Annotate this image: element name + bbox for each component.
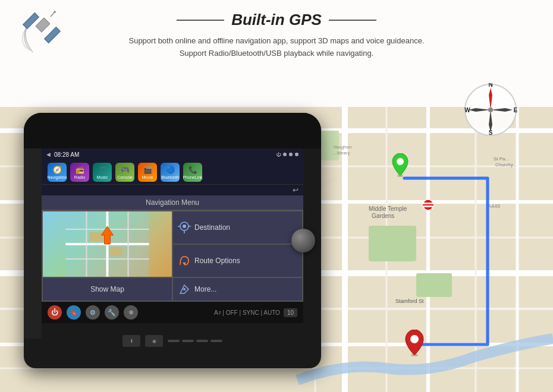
- volume-knob[interactable]: [291, 229, 315, 252]
- unit-left-panel: [24, 148, 42, 339]
- page-title: Built-in GPS: [231, 11, 322, 29]
- status-time: 08:28 AM: [54, 151, 79, 158]
- svg-text:E: E: [514, 107, 517, 113]
- subtitle: Support both online and offline navigati…: [0, 35, 553, 60]
- app-bluetooth[interactable]: 🔵 Bluetooth: [161, 163, 180, 182]
- apps-button[interactable]: ⚙: [86, 305, 100, 320]
- pin-destination: [404, 330, 425, 356]
- satellite-icon: [12, 6, 71, 65]
- svg-text:...library: ...library: [333, 150, 350, 156]
- nav-content: Navigation Menu: [42, 195, 303, 302]
- unit-bottom-btn-2[interactable]: ◉: [145, 335, 163, 347]
- svg-text:Vaughan: Vaughan: [333, 144, 351, 150]
- svg-text:Stamford St: Stamford St: [395, 298, 424, 304]
- control-bar: ⏻ 🔖 ⚙ 🔧 ❄ A♯ | OFF | SY: [42, 302, 303, 323]
- svg-point-35: [410, 335, 419, 343]
- nav-menu-title: Navigation Menu: [42, 195, 303, 210]
- route-options-button[interactable]: Route Options: [173, 245, 302, 277]
- destination-button[interactable]: Destination: [173, 211, 302, 244]
- destination-label: Destination: [194, 223, 230, 232]
- app-console[interactable]: 🎮 Console: [115, 163, 134, 182]
- svg-rect-36: [36, 18, 50, 32]
- unit-top-panel: [24, 113, 321, 148]
- svg-text:St Pa...: St Pa...: [494, 156, 509, 162]
- status-bar: ◀ 08:28 AM ⏻: [42, 148, 303, 160]
- title-area: Built-in GPS Support both online and off…: [0, 0, 553, 60]
- svg-text:Churchy...: Churchy...: [495, 162, 517, 167]
- more-button[interactable]: More...: [173, 278, 302, 301]
- status-icons: ⏻: [276, 152, 299, 157]
- svg-point-42: [488, 108, 493, 112]
- svg-point-57: [183, 225, 186, 228]
- app-navigation[interactable]: 🧭 Navigation: [48, 163, 67, 182]
- unit-bottom-btn-1[interactable]: ⬆: [122, 335, 140, 347]
- app-movie[interactable]: 🎬 Movie: [138, 163, 157, 182]
- show-map-button[interactable]: Show Map: [43, 278, 172, 301]
- track-control: A♯ | OFF | SYNC | AUTO: [214, 309, 280, 316]
- back-button[interactable]: ↩: [293, 186, 299, 194]
- back-btn-area: ↩: [42, 185, 303, 195]
- svg-point-61: [183, 288, 186, 290]
- app-bar: 🧭 Navigation 📻 Radio 🎵 Music 🎮 Console 🎬: [42, 160, 303, 185]
- power-button[interactable]: ⏻: [48, 305, 62, 320]
- svg-rect-15: [369, 226, 416, 261]
- more-label: More...: [194, 285, 216, 293]
- show-map-label: Show Map: [90, 285, 124, 293]
- svg-text:S: S: [489, 129, 493, 136]
- fan-button[interactable]: ❄: [124, 305, 138, 320]
- svg-rect-17: [416, 273, 452, 297]
- route-options-label: Route Options: [194, 257, 240, 265]
- nav-grid: Destination Route Options Show Map: [42, 210, 303, 302]
- pin-start: [391, 153, 409, 177]
- app-music[interactable]: 🎵 Music: [93, 163, 112, 182]
- unit-bottom: ⬆ ◉: [24, 323, 321, 359]
- svg-rect-38: [45, 27, 61, 43]
- nav-map-preview: [43, 211, 172, 277]
- svg-text:N: N: [488, 83, 492, 88]
- tools-button[interactable]: 🔧: [105, 305, 119, 320]
- svg-text:W: W: [464, 107, 470, 113]
- svg-text:A449: A449: [488, 203, 500, 209]
- svg-point-33: [397, 158, 404, 165]
- volume-display: 10: [284, 308, 297, 317]
- head-unit: ◀ 08:28 AM ⏻ 🧭 Navigation 📻 R: [24, 113, 321, 368]
- compass: N S E W: [464, 83, 517, 137]
- svg-point-40: [54, 11, 56, 13]
- svg-text:Gardens: Gardens: [372, 213, 394, 219]
- app-radio[interactable]: 📻 Radio: [70, 163, 89, 182]
- svg-rect-55: [111, 247, 122, 256]
- screen: ◀ 08:28 AM ⏻ 🧭 Navigation 📻 R: [42, 148, 303, 323]
- bookmark-button[interactable]: 🔖: [67, 305, 81, 320]
- app-phonelink[interactable]: 📞 PhoneLink: [183, 163, 202, 182]
- svg-text:Middle Temple: Middle Temple: [369, 206, 407, 212]
